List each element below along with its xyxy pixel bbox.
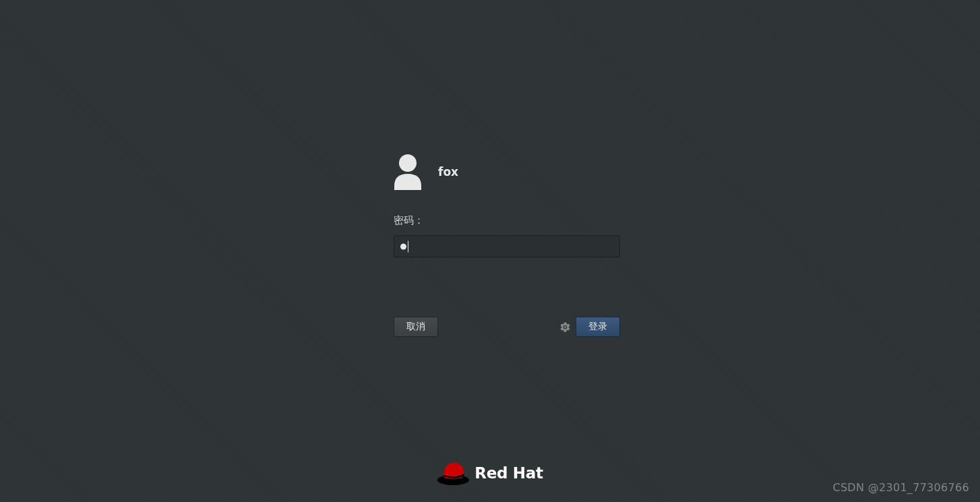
button-row: 取消 登录 [394,317,620,337]
cancel-button[interactable]: 取消 [394,317,438,337]
avatar-icon [394,154,422,190]
gear-icon [559,321,571,333]
redhat-hat-icon [437,461,469,485]
login-panel: fox 密码： [394,154,620,257]
redhat-logo: Red Hat [437,461,543,485]
svg-point-0 [399,154,417,172]
user-row: fox [394,154,620,190]
right-button-group: 登录 [558,317,620,337]
password-label: 密码： [394,214,620,227]
login-button[interactable]: 登录 [576,317,620,337]
settings-button[interactable] [558,320,572,334]
password-field-wrapper [394,235,620,257]
username-label: fox [438,165,458,179]
redhat-brand-text: Red Hat [474,464,543,482]
password-input[interactable] [394,235,620,257]
watermark-text: CSDN @2301_77306766 [832,481,969,494]
